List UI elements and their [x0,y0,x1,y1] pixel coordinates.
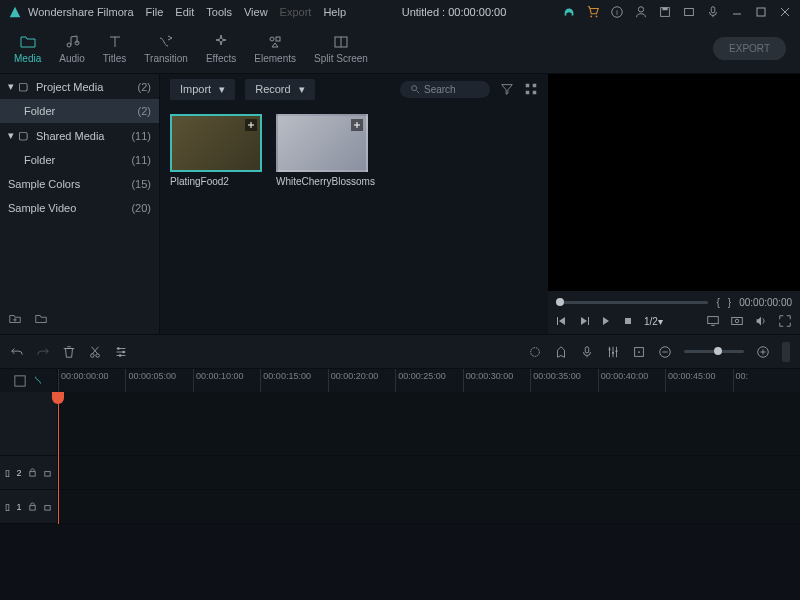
track-lane[interactable] [58,392,800,455]
ruler-tick: 00:00:45:00 [665,369,732,392]
menu-export[interactable]: Export [280,6,312,18]
unlock-icon[interactable] [43,502,52,511]
filter-icon[interactable] [500,82,514,96]
ruler-tick: 00: [733,369,800,392]
sidebar-item-folder[interactable]: Folder (2) [0,99,159,123]
playhead[interactable] [58,392,59,524]
svg-point-27 [122,350,125,353]
record-dropdown[interactable]: Record▾ [245,79,314,100]
chevron-down-icon: ▾ [299,83,305,96]
marker-icon[interactable] [554,345,568,359]
sidebar-item-shared-media[interactable]: ▾ ▢ Shared Media (11) [0,123,159,148]
out-bracket[interactable]: } [728,297,731,308]
menu-help[interactable]: Help [323,6,346,18]
svg-point-28 [119,354,122,357]
window-icon[interactable] [682,5,696,19]
grid-view-icon[interactable] [524,82,538,96]
svg-rect-17 [533,91,537,95]
audio-track[interactable]: ▯ 1 [0,490,800,524]
sidebar-item-folder[interactable]: Folder (11) [0,148,159,172]
tab-audio[interactable]: Audio [59,33,85,64]
svg-point-23 [735,319,739,323]
close-icon[interactable] [778,6,792,18]
snapshot-icon[interactable] [730,314,744,328]
export-button[interactable]: EXPORT [713,37,786,60]
maximize-icon[interactable] [754,6,768,18]
tab-titles[interactable]: Titles [103,33,127,64]
stop-icon[interactable] [622,315,634,327]
mute-icon[interactable]: ▯ [5,502,10,512]
add-folder-icon[interactable] [8,312,22,326]
step-forward-icon[interactable] [578,315,590,327]
mic-icon[interactable] [706,5,720,19]
track-header [0,392,58,455]
clip-thumbnail [170,114,262,172]
add-to-timeline-icon[interactable] [245,119,257,131]
video-track[interactable] [0,392,800,456]
add-to-timeline-icon[interactable] [351,119,363,131]
link-tracks-icon[interactable] [14,375,26,387]
audio-track[interactable]: ▯ 2 [0,456,800,490]
audio-mixer-icon[interactable] [606,345,620,359]
zoom-slider[interactable] [684,350,744,353]
zoom-out-icon[interactable] [658,345,672,359]
redo-icon[interactable] [36,345,50,359]
play-icon[interactable] [600,315,612,327]
cart-icon[interactable] [586,5,600,19]
tab-transition[interactable]: Transition [144,33,188,64]
crop-icon[interactable] [632,345,646,359]
display-icon[interactable] [706,314,720,328]
headset-icon[interactable] [562,5,576,19]
lock-icon[interactable] [28,502,37,511]
save-icon[interactable] [658,5,672,19]
undo-icon[interactable] [10,345,24,359]
menu-view[interactable]: View [244,6,268,18]
menu-tools[interactable]: Tools [206,6,232,18]
lock-icon[interactable] [28,468,37,477]
tab-media[interactable]: Media [14,33,41,64]
speed-selector[interactable]: 1/2 ▾ [644,316,663,327]
user-icon[interactable] [634,5,648,19]
info-icon[interactable]: i [610,5,624,19]
render-icon[interactable] [528,345,542,359]
tab-elements[interactable]: Elements [254,33,296,64]
sidebar-item-project-media[interactable]: ▾ ▢ Project Media (2) [0,74,159,99]
time-ruler[interactable]: 00:00:00:00 00:00:05:00 00:00:10:00 00:0… [0,368,800,392]
media-clip[interactable]: WhiteCherryBlossoms [276,114,368,187]
menu-edit[interactable]: Edit [175,6,194,18]
preview-viewport[interactable] [548,74,800,291]
zoom-in-icon[interactable] [756,345,770,359]
sidebar-item-sample-video[interactable]: Sample Video (20) [0,196,159,220]
menu-file[interactable]: File [146,6,164,18]
mute-icon[interactable]: ▯ [5,468,10,478]
chevron-down-icon: ▾ [8,80,18,93]
adjust-icon[interactable] [114,345,128,359]
in-bracket[interactable]: { [716,297,719,308]
tab-splitscreen[interactable]: Split Screen [314,33,368,64]
svg-rect-21 [708,317,719,324]
volume-icon[interactable] [754,314,768,328]
timeline-toolbar [0,334,800,368]
open-folder-icon[interactable] [34,312,48,326]
minimize-icon[interactable] [730,6,744,18]
import-dropdown[interactable]: Import▾ [170,79,235,100]
timeline-toggle-icon[interactable] [782,342,790,362]
svg-rect-40 [44,472,49,477]
preview-scrubber[interactable] [556,301,708,304]
track-lane[interactable] [58,490,800,523]
svg-rect-7 [685,9,694,16]
unlock-icon[interactable] [43,468,52,477]
search-input[interactable]: Search [400,81,490,98]
cut-icon[interactable] [88,345,102,359]
voiceover-icon[interactable] [580,345,594,359]
svg-rect-33 [616,350,618,352]
sidebar-item-sample-colors[interactable]: Sample Colors (15) [0,172,159,196]
track-lane[interactable] [58,456,800,489]
media-clip[interactable]: PlatingFood2 [170,114,262,187]
step-back-icon[interactable] [556,315,568,327]
fullscreen-icon[interactable] [778,314,792,328]
delete-icon[interactable] [62,345,76,359]
svg-rect-11 [276,37,280,41]
snap-icon[interactable] [32,375,44,387]
tab-effects[interactable]: Effects [206,33,236,64]
